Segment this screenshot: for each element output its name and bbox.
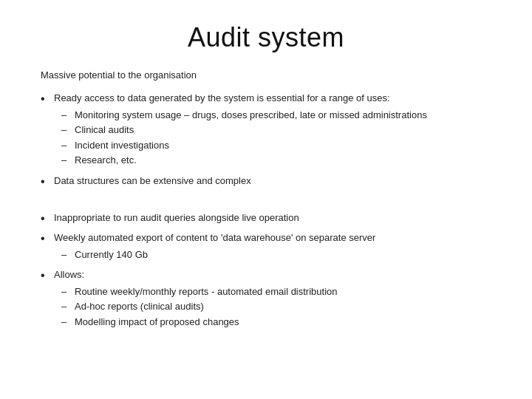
section-2: • Inappropriate to run audit queries alo… [41,211,491,331]
list-item-content: Weekly automated export of content to 'd… [54,231,491,264]
bullet-icon: • [41,211,54,227]
dash-icon: – [61,138,75,153]
list-item-text: Data structures can be extensive and com… [54,175,251,186]
sub-item-text: Monitoring system usage – drugs, doses p… [75,108,491,123]
sub-item-text: Research, etc. [75,153,491,168]
list-item-content: Ready access to data generated by the sy… [54,91,491,170]
section-1: • Ready access to data generated by the … [41,91,491,190]
sub-item-text: Ad-hoc reports (clinical audits) [75,299,491,314]
list-item: • Inappropriate to run audit queries alo… [41,211,491,227]
bullet-icon: • [41,174,54,190]
dash-icon: – [61,108,75,123]
list-item-text: Weekly automated export of content to 'd… [54,232,375,243]
list-item-content: Data structures can be extensive and com… [54,174,491,188]
sub-item-text: Routine weekly/monthly reports - automat… [75,284,491,299]
list-item-text: Ready access to data generated by the sy… [54,92,390,103]
list-item-text: Inappropriate to run audit queries along… [54,212,299,223]
slide-subtitle: Massive potential to the organisation [41,69,491,81]
sub-item-text: Currently 140 Gb [75,248,491,262]
list-item-content: Inappropriate to run audit queries along… [54,211,491,225]
dash-icon: – [61,123,75,137]
bullet-icon: • [41,267,54,284]
slide-title: Audit system [41,22,491,53]
dash-icon: – [61,315,75,330]
sub-list-item: – Research, etc. [61,153,491,168]
sub-list: – Routine weekly/monthly reports - autom… [61,284,491,330]
dash-icon: – [61,153,75,168]
dash-icon: – [61,299,75,314]
sub-list-item: – Ad-hoc reports (clinical audits) [61,299,491,314]
list-item: • Weekly automated export of content to … [41,231,491,264]
sub-list-item: – Currently 140 Gb [61,248,491,262]
dash-icon: – [61,248,75,262]
sub-list: – Currently 140 Gb [61,248,491,262]
list-item: • Data structures can be extensive and c… [41,174,491,190]
sub-item-text: Incident investigations [75,138,491,153]
slide: Audit system Massive potential to the or… [0,0,532,399]
sub-list-item: – Monitoring system usage – drugs, doses… [61,108,491,123]
bullet-icon: • [41,231,54,247]
sub-item-text: Modelling impact of proposed changes [75,315,491,330]
main-list-2: • Inappropriate to run audit queries alo… [41,211,491,331]
sub-list-item: – Routine weekly/monthly reports - autom… [61,284,491,299]
sub-list-item: – Modelling impact of proposed changes [61,315,491,330]
sub-list-item: – Clinical audits [61,123,491,137]
sub-item-text: Clinical audits [75,123,491,137]
main-list-1: • Ready access to data generated by the … [41,91,491,190]
divider [41,203,491,211]
bullet-icon: • [41,91,54,107]
list-item: • Allows: – Routine weekly/monthly repor… [41,267,491,331]
sub-list: – Monitoring system usage – drugs, doses… [61,108,491,168]
list-item-content: Allows: – Routine weekly/monthly reports… [54,267,491,331]
list-item: • Ready access to data generated by the … [41,91,491,170]
list-item-text: Allows: [54,269,84,280]
dash-icon: – [61,284,75,299]
sub-list-item: – Incident investigations [61,138,491,153]
